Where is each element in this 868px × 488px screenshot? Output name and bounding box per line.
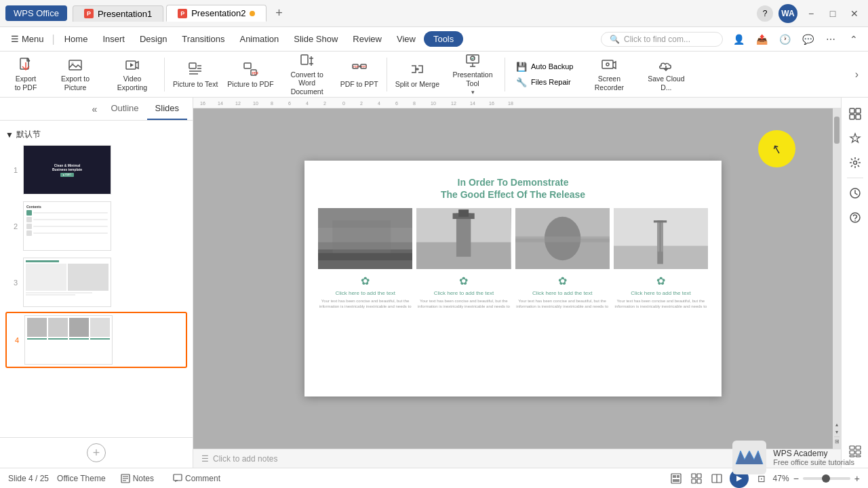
view-reader-button[interactable] [709,471,724,486]
svg-text:10: 10 [431,101,436,106]
menu-home[interactable]: Home [58,31,95,47]
comment-button[interactable]: 💬 [799,30,816,48]
zoom-slider[interactable] [803,477,850,480]
presentation-tool-button[interactable]: Presentation Tool ▾ [445,54,500,95]
close-button[interactable]: ✕ [846,5,863,22]
grid-view-button[interactable] [844,441,866,462]
auto-backup-button[interactable]: 💾 Auto Backup [513,60,576,73]
zoom-out-button[interactable]: − [793,473,799,484]
account-button[interactable]: 👤 [730,30,747,48]
comment-label: Comment [185,474,220,483]
view-grid-button[interactable] [689,471,704,486]
export-picture-button[interactable]: Export to Picture [47,54,103,95]
menu-animation[interactable]: Animation [233,31,285,47]
menu-slideshow[interactable]: Slide Show [287,31,344,47]
split-merge-label: Split or Merge [395,80,439,89]
video-exporting-button[interactable]: Video Exporting [104,54,160,95]
svg-rect-66 [850,451,854,454]
svg-text:8: 8 [271,101,273,106]
share-button[interactable]: 📤 [753,30,770,48]
slide-title-line2: The Good Effect Of The Release [318,189,708,200]
scroll-up-btn[interactable]: ▴ [835,422,838,428]
settings-button[interactable] [844,152,866,174]
collapse-panel-button[interactable]: « [86,101,102,117]
export-pdf-button[interactable]: Exportto PDF [5,54,46,95]
tab-presentation1[interactable]: P Presentation1 [73,5,163,22]
status-bar: Slide 4 / 25 Office Theme Notes Comment [0,468,868,488]
menu-transitions[interactable]: Transitions [175,31,231,47]
hamburger-menu[interactable]: ☰ Menu [5,31,50,47]
svg-rect-64 [850,446,854,449]
scroll-down-btn[interactable]: ▾ [835,429,838,435]
auto-backup-icon: 💾 [516,62,527,72]
export-picture-label: Export to Picture [52,75,99,92]
notes-icon-status [121,474,130,483]
picture-to-pdf-label: Picture to PDF [227,80,273,89]
svg-rect-54 [657,222,659,251]
tab-outline[interactable]: Outline [102,98,146,120]
split-merge-button[interactable]: Split or Merge [391,54,443,95]
svg-rect-1 [69,60,81,70]
scrollbar-thumb[interactable] [834,117,840,144]
slide-group-header[interactable]: ▼ 默认节 [5,126,187,143]
scroll-fit-btn[interactable]: ⊞ [835,439,840,445]
slide-col-4: ✿ Click here to add the text Your text h… [614,274,708,310]
maximize-button[interactable]: □ [825,5,841,22]
minimize-button[interactable]: − [803,5,819,22]
nav-separator: | [52,33,55,45]
slide-item-1[interactable]: 1 Clean & MinimalBusiness template ▶ STA… [5,143,187,197]
screen-recorder-button[interactable]: Screen Recorder [581,54,637,95]
menu-view[interactable]: View [390,31,422,47]
view-normal-button[interactable] [669,471,684,486]
menu-insert[interactable]: Insert [96,31,132,47]
toolbar-more-button[interactable]: › [851,66,863,83]
svg-rect-58 [850,115,854,119]
col-title-3: Click here to add the text [532,290,593,296]
more-menu-button[interactable]: ⋯ [822,30,840,48]
zoom-fit-button[interactable]: ⊡ [754,471,769,486]
picture-to-text-button[interactable]: Picture to Text [169,54,222,95]
slide-thumb-1: Clean & MinimalBusiness template ▶ START [23,145,111,195]
save-cloud-button[interactable]: Save Cloud D... [638,54,694,95]
menu-design[interactable]: Design [133,31,174,47]
notes-area[interactable]: ☰ Click to add notes [193,449,841,468]
history-sidebar-button[interactable] [844,182,866,204]
user-avatar[interactable]: WA [778,4,797,23]
add-tab-button[interactable]: + [269,4,288,23]
slide-item-2[interactable]: 2 Contents [5,199,187,253]
help-sidebar-button[interactable] [844,207,866,228]
picture-to-pdf-button[interactable]: PDF Picture to PDF [223,54,277,95]
menu-label: Menu [22,34,44,44]
comment-button[interactable]: Comment [169,472,224,485]
files-repair-button[interactable]: 🔧 Files Repair [513,76,576,89]
split-merge-icon [408,60,427,79]
zoom-area: ⊡ 47% − + [754,471,860,486]
video-exporting-icon [123,57,142,74]
svg-rect-76 [692,474,696,478]
help-icon[interactable]: ? [757,5,773,22]
star-button[interactable] [844,127,866,149]
add-slide-button[interactable]: + [87,443,106,462]
tab-presentation2[interactable]: P Presentation2 [166,5,267,22]
svg-point-16 [606,63,609,66]
play-button[interactable]: ▶ [730,469,749,488]
vertical-scrollbar[interactable]: ▴ ▾ ⊞ [833,108,841,449]
tab2-icon: P [178,9,187,18]
menu-review[interactable]: Review [346,31,389,47]
slide-item-4[interactable]: 4 [5,312,187,368]
slide-canvas[interactable]: In Order To Demonstrate The Good Effect … [304,161,722,396]
search-box[interactable]: 🔍 Click to find com... [601,32,723,47]
layout-view-button[interactable] [844,103,866,125]
svg-text:14: 14 [218,101,223,106]
convert-word-button[interactable]: Convert toWord Document [279,54,335,95]
menu-tools[interactable]: Tools [424,31,463,47]
wps-office-button[interactable]: WPS Office [5,5,67,21]
collapse-ribbon-button[interactable]: ⌃ [845,30,863,48]
notes-button[interactable]: Notes [117,472,158,485]
slide-item-3[interactable]: 3 [5,256,187,309]
col-text-3: Your text has been concise and beautiful… [515,298,610,310]
pdf-to-ppt-button[interactable]: PDF PPT PDF to PPT [336,54,382,95]
tab-slides[interactable]: Slides [147,98,187,120]
zoom-in-button[interactable]: + [854,473,860,484]
history-button[interactable]: 🕐 [776,30,793,48]
